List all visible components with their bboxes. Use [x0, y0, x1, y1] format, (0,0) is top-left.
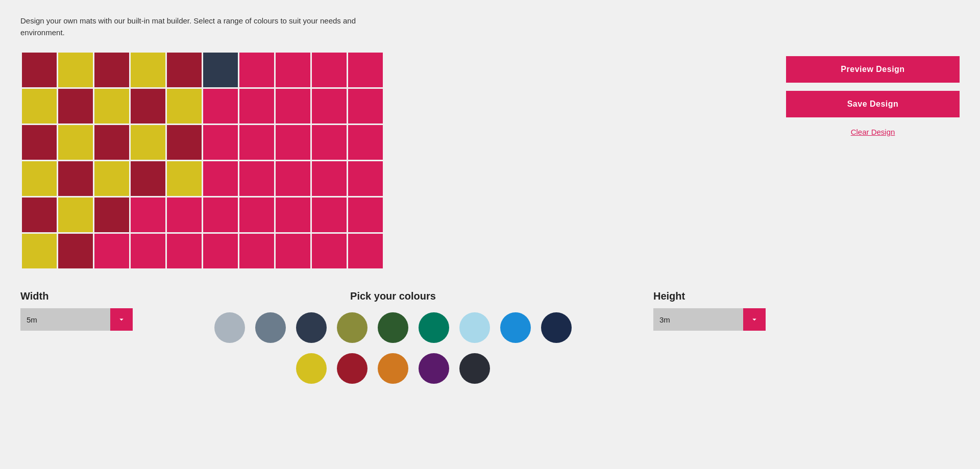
mat-cell[interactable]	[239, 125, 274, 160]
color-swatch-bright-blue[interactable]	[500, 312, 531, 343]
mat-cell[interactable]	[348, 198, 383, 232]
mat-cell[interactable]	[58, 161, 93, 196]
mat-cell[interactable]	[167, 125, 202, 160]
mat-cell[interactable]	[167, 234, 202, 268]
mat-cell[interactable]	[94, 161, 129, 196]
mat-cell[interactable]	[131, 234, 165, 268]
mat-cell[interactable]	[239, 53, 274, 87]
color-swatch-yellow[interactable]	[296, 353, 327, 384]
mat-cell[interactable]	[58, 234, 93, 268]
mat-cell[interactable]	[131, 161, 165, 196]
width-select[interactable]: 5m	[20, 308, 133, 331]
mat-cell[interactable]	[276, 125, 310, 160]
mat-cell[interactable]	[58, 89, 93, 124]
clear-design-button[interactable]: Clear Design	[786, 126, 960, 138]
width-value: 5m	[20, 308, 110, 331]
right-panel: Preview Design Save Design Clear Design	[786, 51, 960, 384]
color-row-1	[214, 312, 572, 343]
height-control: Height 3m	[653, 290, 766, 331]
mat-cell[interactable]	[22, 234, 57, 268]
color-swatch-olive[interactable]	[337, 312, 368, 343]
width-dropdown-arrow[interactable]	[110, 308, 133, 331]
mat-cell[interactable]	[312, 53, 347, 87]
mat-cell[interactable]	[203, 234, 238, 268]
mat-cell[interactable]	[276, 89, 310, 124]
color-swatch-medium-grey[interactable]	[255, 312, 286, 343]
mat-cell[interactable]	[312, 198, 347, 232]
mat-cell[interactable]	[239, 198, 274, 232]
mat-cell[interactable]	[131, 53, 165, 87]
mat-grid-container	[20, 51, 384, 270]
mat-cell[interactable]	[348, 89, 383, 124]
height-label: Height	[653, 290, 766, 302]
mat-cell[interactable]	[22, 161, 57, 196]
mat-cell[interactable]	[22, 125, 57, 160]
mat-cell[interactable]	[239, 161, 274, 196]
mat-cell[interactable]	[348, 125, 383, 160]
mat-cell[interactable]	[94, 89, 129, 124]
mat-cell[interactable]	[203, 198, 238, 232]
color-picker-section: Pick your colours	[174, 290, 612, 384]
page-description: Design your own mats with our built-in m…	[20, 15, 378, 38]
mat-cell[interactable]	[22, 53, 57, 87]
mat-cell[interactable]	[348, 53, 383, 87]
mat-grid[interactable]	[20, 51, 384, 270]
mat-cell[interactable]	[167, 53, 202, 87]
mat-cell[interactable]	[94, 198, 129, 232]
save-design-button[interactable]: Save Design	[786, 91, 960, 117]
mat-cell[interactable]	[276, 53, 310, 87]
mat-cell[interactable]	[348, 161, 383, 196]
height-select[interactable]: 3m	[653, 308, 766, 331]
mat-cell[interactable]	[167, 89, 202, 124]
mat-cell[interactable]	[131, 125, 165, 160]
mat-cell[interactable]	[22, 198, 57, 232]
mat-cell[interactable]	[276, 161, 310, 196]
height-dropdown-arrow[interactable]	[743, 308, 766, 331]
color-swatch-purple[interactable]	[419, 353, 449, 384]
mat-cell[interactable]	[94, 234, 129, 268]
mat-cell[interactable]	[94, 53, 129, 87]
mat-cell[interactable]	[312, 234, 347, 268]
mat-cell[interactable]	[203, 89, 238, 124]
mat-cell[interactable]	[239, 234, 274, 268]
mat-cell[interactable]	[22, 89, 57, 124]
color-swatch-crimson[interactable]	[337, 353, 368, 384]
color-picker-title: Pick your colours	[350, 290, 436, 302]
color-swatch-light-grey[interactable]	[214, 312, 245, 343]
mat-cell[interactable]	[312, 125, 347, 160]
height-value: 3m	[653, 308, 743, 331]
color-swatch-teal[interactable]	[419, 312, 449, 343]
color-swatch-charcoal[interactable]	[459, 353, 490, 384]
mat-cell[interactable]	[276, 198, 310, 232]
width-label: Width	[20, 290, 133, 302]
mat-cell[interactable]	[203, 53, 238, 87]
mat-cell[interactable]	[131, 89, 165, 124]
width-control: Width 5m	[20, 290, 133, 331]
mat-cell[interactable]	[276, 234, 310, 268]
color-swatch-dark-navy[interactable]	[296, 312, 327, 343]
mat-cell[interactable]	[348, 234, 383, 268]
mat-cell[interactable]	[239, 89, 274, 124]
mat-cell[interactable]	[312, 161, 347, 196]
mat-cell[interactable]	[94, 125, 129, 160]
mat-cell[interactable]	[58, 125, 93, 160]
mat-cell[interactable]	[131, 198, 165, 232]
mat-cell[interactable]	[203, 125, 238, 160]
preview-design-button[interactable]: Preview Design	[786, 56, 960, 83]
color-swatch-orange[interactable]	[378, 353, 408, 384]
mat-cell[interactable]	[167, 161, 202, 196]
color-swatch-dark-green[interactable]	[378, 312, 408, 343]
mat-cell[interactable]	[58, 198, 93, 232]
mat-cell[interactable]	[312, 89, 347, 124]
color-row-2	[296, 353, 490, 384]
mat-cell[interactable]	[58, 53, 93, 87]
mat-cell[interactable]	[167, 198, 202, 232]
color-swatch-navy-blue[interactable]	[541, 312, 572, 343]
color-swatch-light-blue[interactable]	[459, 312, 490, 343]
mat-cell[interactable]	[203, 161, 238, 196]
